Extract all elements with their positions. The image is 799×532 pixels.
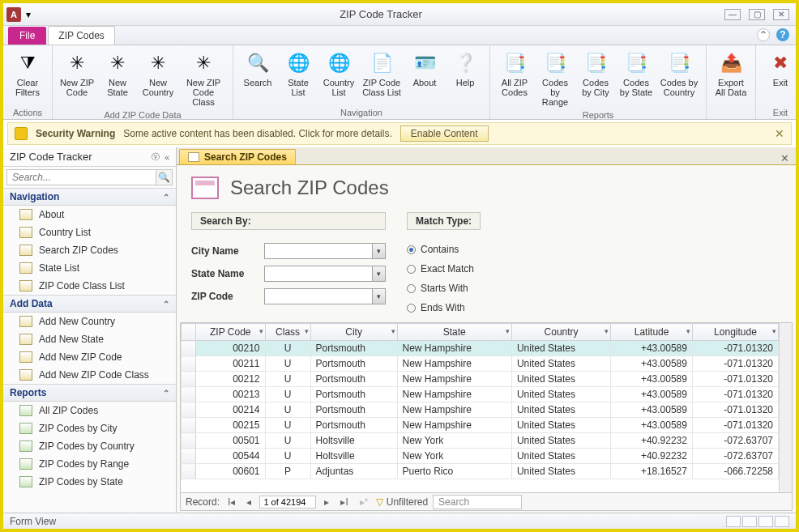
- navitem-search-zip-codes[interactable]: Search ZIP Codes: [3, 241, 176, 259]
- state-combo[interactable]: ▾: [264, 266, 386, 282]
- by-country-button[interactable]: 📑Codes by Country: [657, 49, 701, 109]
- col-longitude[interactable]: Longitude▾: [692, 324, 778, 341]
- state-list-button[interactable]: 🌐State List: [279, 49, 318, 106]
- navgroup-reports[interactable]: Reports⌃: [3, 384, 176, 402]
- by-city-button[interactable]: 📑Codes by City: [576, 49, 615, 109]
- navgroup-navigation[interactable]: Navigation⌃: [3, 188, 176, 206]
- enable-content-button[interactable]: Enable Content: [400, 126, 489, 142]
- col-country[interactable]: Country▾: [511, 324, 610, 341]
- new-country-button[interactable]: ✳New Country: [139, 49, 177, 109]
- exit-button[interactable]: ✖Exit: [761, 49, 799, 106]
- class-list-button[interactable]: 📄ZIP Code Class List: [360, 49, 404, 106]
- navitem-add-new-zip-code[interactable]: Add New ZIP Code: [3, 348, 176, 366]
- chevron-down-icon[interactable]: ▾: [372, 289, 385, 304]
- radio-exact[interactable]: Exact Match: [407, 262, 481, 275]
- qat-save-icon[interactable]: ▾: [26, 9, 37, 20]
- navitem-add-new-country[interactable]: Add New Country: [3, 313, 176, 330]
- radio-ends[interactable]: Ends With: [407, 301, 481, 314]
- radio-starts[interactable]: Starts With: [407, 282, 481, 295]
- navitem-all-zip-codes[interactable]: All ZIP Codes: [3, 402, 176, 419]
- table-row[interactable]: 00212UPortsmouthNew HampshireUnited Stat…: [182, 372, 779, 387]
- tab-zipcodes[interactable]: ZIP Codes: [48, 26, 114, 45]
- form-icon: [19, 351, 32, 363]
- table-row[interactable]: 00213UPortsmouthNew HampshireUnited Stat…: [182, 387, 779, 402]
- radio-contains[interactable]: Contains: [407, 243, 481, 256]
- new-class-button[interactable]: ✳New ZIP Code Class: [179, 49, 228, 109]
- table-row[interactable]: 00501UHoltsvilleNew YorkUnited States+40…: [182, 433, 779, 449]
- clear-filters-button[interactable]: ⧩Clear Filters: [8, 49, 47, 106]
- country-list-button[interactable]: 🌐Country List: [319, 49, 358, 106]
- state-label: State Name: [191, 268, 258, 279]
- navitem-state-list[interactable]: State List: [3, 259, 176, 277]
- about-button[interactable]: 🪪About: [405, 49, 444, 106]
- recnav-next-button[interactable]: ▸: [321, 496, 332, 508]
- table-row[interactable]: 00214UPortsmouthNew HampshireUnited Stat…: [182, 402, 779, 418]
- navitem-zip-codes-by-range[interactable]: ZIP Codes by Range: [3, 455, 176, 473]
- form-icon: [19, 316, 32, 327]
- city-combo[interactable]: ▾: [264, 243, 386, 259]
- tab-file[interactable]: File: [8, 27, 46, 45]
- col-zip-code[interactable]: ZIP Code▾: [196, 324, 266, 341]
- view-form-button[interactable]: [726, 516, 741, 527]
- table-row[interactable]: 00601PAdjuntasPuerto RicoUnited States+1…: [182, 464, 779, 479]
- help-button[interactable]: ❔Help: [446, 49, 485, 106]
- chevron-down-icon[interactable]: ▾: [372, 244, 385, 258]
- navpane-title[interactable]: ZIP Code Tracker: [10, 151, 152, 163]
- navitem-add-new-zip-code-class[interactable]: Add New ZIP Code Class: [3, 366, 176, 384]
- minimize-button[interactable]: —: [724, 9, 741, 20]
- table-row[interactable]: 00215UPortsmouthNew HampshireUnited Stat…: [182, 418, 779, 433]
- form-icon: [19, 476, 32, 487]
- navitem-zip-code-class-list[interactable]: ZIP Code Class List: [3, 277, 176, 295]
- recnav-position[interactable]: [259, 496, 316, 509]
- ribbon-min-icon[interactable]: ⌃: [757, 28, 770, 41]
- doc-close-button[interactable]: ✕: [780, 152, 789, 164]
- close-button[interactable]: ✕: [773, 9, 789, 20]
- recnav-first-button[interactable]: I◂: [224, 496, 238, 508]
- table-row[interactable]: 00210UPortsmouthNew HampshireUnited Stat…: [182, 341, 779, 356]
- group-nav-label: Navigation: [238, 108, 485, 117]
- col-class[interactable]: Class▾: [265, 324, 310, 341]
- nav-search-input[interactable]: [6, 169, 156, 185]
- recnav-new-button[interactable]: ▸*: [357, 496, 372, 508]
- view-datasheet-button[interactable]: [742, 516, 757, 527]
- vertical-scrollbar[interactable]: [779, 323, 792, 492]
- view-design-button[interactable]: [775, 516, 789, 527]
- navitem-zip-codes-by-state[interactable]: ZIP Codes by State: [3, 473, 176, 491]
- navpane-collapse-icon[interactable]: «: [164, 152, 169, 162]
- col-city[interactable]: City▾: [310, 324, 397, 341]
- by-range-button[interactable]: 📑Codes by Range: [536, 49, 575, 109]
- navitem-zip-codes-by-country[interactable]: ZIP Codes by Country: [3, 437, 176, 455]
- new-state-button[interactable]: ✳New State: [98, 49, 137, 109]
- doc-tab[interactable]: Search ZIP Codes: [179, 149, 296, 164]
- by-state-button[interactable]: 📑Codes by State: [617, 49, 656, 109]
- help-icon[interactable]: ?: [776, 28, 789, 41]
- security-msg[interactable]: Some active content has been disabled. C…: [123, 128, 392, 139]
- navgroup-add-data[interactable]: Add Data⌃: [3, 295, 176, 313]
- recnav-search[interactable]: Search: [433, 495, 522, 509]
- new-state-icon: ✳: [105, 50, 130, 76]
- col-latitude[interactable]: Latitude▾: [611, 324, 693, 341]
- new-zip-button[interactable]: ✳New ZIP Code: [58, 49, 96, 109]
- chevron-down-icon[interactable]: ▾: [372, 266, 385, 281]
- globe-icon: 🌐: [285, 50, 311, 76]
- view-layout-button[interactable]: [758, 516, 773, 527]
- navitem-zip-codes-by-city[interactable]: ZIP Codes by City: [3, 419, 176, 437]
- zip-combo[interactable]: ▾: [264, 288, 386, 304]
- security-close-button[interactable]: ✕: [775, 127, 784, 140]
- table-row[interactable]: 00211UPortsmouthNew HampshireUnited Stat…: [182, 356, 779, 372]
- table-row[interactable]: 00544UHoltsvilleNew YorkUnited States+40…: [182, 449, 779, 464]
- recnav-prev-button[interactable]: ◂: [243, 496, 254, 508]
- col-state[interactable]: State▾: [397, 324, 511, 341]
- navitem-country-list[interactable]: Country List: [3, 223, 176, 241]
- navpane-dropdown-icon[interactable]: ⓥ: [152, 151, 160, 163]
- maximize-button[interactable]: ▢: [749, 9, 765, 20]
- recnav-last-button[interactable]: ▸I: [337, 496, 351, 508]
- nav-search-go-icon[interactable]: 🔍: [156, 169, 173, 185]
- recnav-filter[interactable]: Unfiltered: [376, 496, 428, 508]
- export-button[interactable]: 📤Export All Data: [711, 49, 750, 106]
- group-actions-label: Actions: [8, 108, 47, 117]
- search-button[interactable]: 🔍Search: [238, 49, 277, 106]
- all-zip-button[interactable]: 📑All ZIP Codes: [495, 49, 534, 109]
- navitem-add-new-state[interactable]: Add New State: [3, 330, 176, 348]
- navitem-about[interactable]: About: [3, 206, 176, 223]
